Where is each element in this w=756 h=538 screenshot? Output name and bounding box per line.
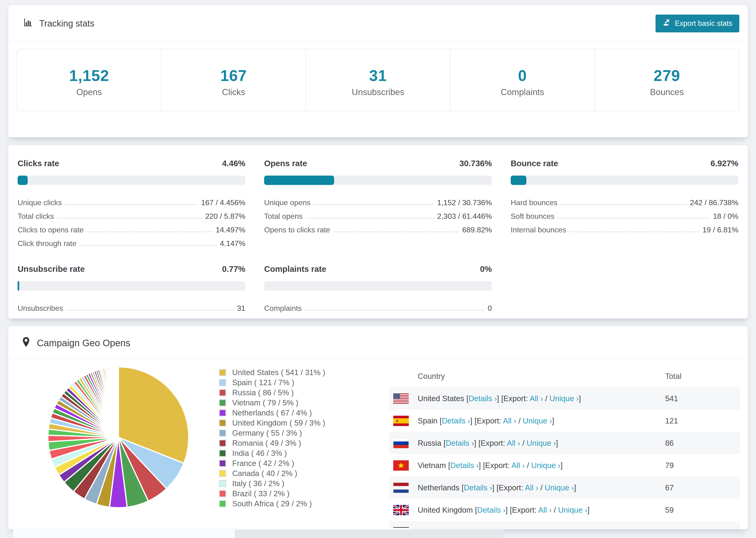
rate-detail-value: 4.147% <box>220 239 245 248</box>
legend-swatch <box>219 389 226 396</box>
bracket-text: ] [Export: <box>506 506 538 514</box>
rate-detail-label: Unique clicks <box>18 198 62 207</box>
rate-progress-track <box>511 176 738 185</box>
country-cell: Netherlands [Details ›] [Export: All › /… <box>389 483 665 493</box>
export-unique-link[interactable]: Unique › <box>523 416 552 425</box>
rate-detail-row: Internal bounces19 / 6.81% <box>511 221 738 234</box>
rate-title: Bounce rate <box>511 159 558 168</box>
legend-label: Vietnam ( 79 / 5% ) <box>232 398 298 407</box>
page-title: Tracking stats <box>39 19 94 28</box>
geo-table-row: Russia [Details ›] [Export: All › / Uniq… <box>389 432 740 454</box>
legend-swatch <box>219 399 226 406</box>
export-all-link[interactable]: All › <box>512 461 525 470</box>
export-unique-link[interactable]: Unique › <box>545 483 574 492</box>
details-link[interactable]: Details › <box>446 439 474 447</box>
rate-detail-value: 689.82% <box>462 226 492 234</box>
slash-text: / <box>520 439 527 447</box>
geo-table-row: Germany [Details ›] [Export: All › / Uni… <box>389 521 740 529</box>
details-link[interactable]: Details › <box>442 416 470 425</box>
slash-text: / <box>528 528 535 530</box>
rate-title: Complaints rate <box>264 264 326 274</box>
export-unique-link[interactable]: Unique › <box>558 506 587 514</box>
legend-item: Romania ( 49 / 3% ) <box>219 438 325 448</box>
bracket-text: ] [Export: <box>470 416 503 425</box>
rate-detail-value: 0 <box>488 304 492 313</box>
country-column-header: Country <box>389 372 665 381</box>
bracket-text: ] <box>561 461 563 470</box>
dotted-leader <box>57 218 202 219</box>
ru-flag-icon <box>393 438 409 448</box>
rate-detail-list: Unsubscribes31 <box>18 299 245 313</box>
legend-item: Italy ( 36 / 2% ) <box>219 478 325 488</box>
export-unique-link[interactable]: Unique › <box>527 439 556 447</box>
country-links-text: Russia [Details ›] [Export: All › / Uniq… <box>418 439 558 448</box>
legend-item: Spain ( 121 / 7% ) <box>219 377 325 388</box>
rate-detail-row: Total clicks220 / 5.87% <box>18 207 245 221</box>
rate-block-header: Bounce rate6.927% <box>511 159 738 168</box>
stat-value: 31 <box>306 67 450 84</box>
rate-detail-label: Complaints <box>264 304 302 313</box>
details-link[interactable]: Details › <box>477 506 506 514</box>
rate-detail-row: Complaints0 <box>264 299 492 313</box>
stat-label: Opens <box>17 87 161 97</box>
country-links-text: Vietnam [Details ›] [Export: All › / Uni… <box>418 461 563 470</box>
bracket-text: ] [Export: <box>482 528 515 530</box>
country-name: Netherlands [ <box>418 483 464 492</box>
rate-detail-row: Hard bounces242 / 86.738% <box>511 193 738 207</box>
rate-detail-label: Hard bounces <box>511 198 557 207</box>
export-all-link[interactable]: All › <box>538 506 552 514</box>
rate-detail-value: 31 <box>237 304 245 313</box>
dotted-leader <box>333 232 459 232</box>
gb-flag-icon <box>393 505 409 515</box>
horizontal-scrollbar-thumb[interactable] <box>235 529 504 538</box>
details-link[interactable]: Details › <box>464 483 492 492</box>
rate-value: 0% <box>480 264 492 274</box>
stat-cell-opens: 1,152Opens <box>17 49 162 111</box>
country-total: 67 <box>665 483 740 492</box>
details-link[interactable]: Details › <box>450 461 479 470</box>
export-all-link[interactable]: All › <box>515 528 528 530</box>
export-button-label: Export basic stats <box>675 19 732 28</box>
export-unique-link[interactable]: Unique › <box>549 394 579 403</box>
export-all-link[interactable]: All › <box>507 439 520 447</box>
tracking-stats-card: Tracking stats Export basic stats 1,152O… <box>8 5 748 137</box>
legend-swatch <box>219 379 226 386</box>
export-all-link[interactable]: All › <box>525 483 538 492</box>
rate-block-header: Opens rate30.736% <box>264 159 492 168</box>
country-links-text: Germany [Details ›] [Export: All › / Uni… <box>418 528 566 530</box>
country-name: Russia [ <box>418 439 446 447</box>
legend-swatch <box>219 419 226 426</box>
export-basic-stats-button[interactable]: Export basic stats <box>656 15 739 32</box>
bracket-text: ] [Export: <box>492 483 525 492</box>
rate-detail-list: Hard bounces242 / 86.738%Soft bounces18 … <box>511 193 738 234</box>
country-name: United Kingdom [ <box>418 506 477 514</box>
export-unique-link[interactable]: Unique › <box>531 461 561 470</box>
legend-label: Germany ( 55 / 3% ) <box>232 429 302 438</box>
details-link[interactable]: Details › <box>454 528 482 530</box>
legend-swatch <box>219 450 226 457</box>
rate-detail-row: Opens to clicks rate689.82% <box>264 221 492 234</box>
rate-block-header: Clicks rate4.46% <box>18 159 245 168</box>
rate-detail-list: Unique clicks167 / 4.456%Total clicks220… <box>18 193 245 248</box>
geo-pie-chart <box>43 362 194 513</box>
legend-label: France ( 42 / 2% ) <box>232 459 294 468</box>
country-total: 541 <box>665 394 740 403</box>
rate-detail-list: Complaints0 <box>264 299 492 313</box>
export-all-link[interactable]: All › <box>503 416 516 425</box>
legend-item: Vietnam ( 79 / 5% ) <box>219 398 325 408</box>
export-all-link[interactable]: All › <box>530 394 543 403</box>
geo-table-header-row: Country Total <box>389 365 740 387</box>
export-unique-link[interactable]: Unique › <box>535 528 564 530</box>
details-link[interactable]: Details › <box>468 394 497 403</box>
stat-cell-clicks: 167Clicks <box>162 49 306 111</box>
dotted-leader <box>305 310 484 310</box>
rate-detail-value: 242 / 86.738% <box>690 198 738 207</box>
rate-detail-value: 14.497% <box>216 226 245 234</box>
legend-swatch <box>219 470 226 477</box>
rate-detail-label: Opens to clicks rate <box>264 226 330 234</box>
slash-text: / <box>516 416 523 425</box>
rate-title: Opens rate <box>264 159 307 168</box>
rate-detail-row: Soft bounces18 / 0% <box>511 207 738 221</box>
country-name: Spain [ <box>418 416 442 425</box>
dotted-leader <box>67 310 234 310</box>
